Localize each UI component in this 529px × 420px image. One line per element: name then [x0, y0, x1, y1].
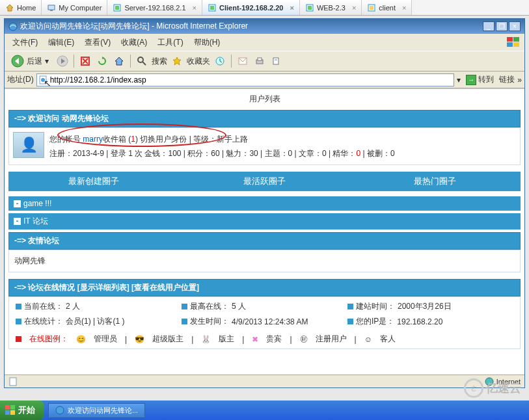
bullet-icon [16, 336, 21, 342]
svg-rect-42 [5, 410, 10, 415]
tab-newest[interactable]: 最新创建圈子 [8, 172, 179, 191]
links-label[interactable]: 链接 [499, 74, 515, 85]
userlist-link[interactable]: 用户列表 [8, 92, 521, 110]
vm-tab-client220[interactable]: Client-192.168.2.20 × [202, 0, 300, 15]
vm-tab-label: Server-192.168.2.1 [124, 4, 185, 12]
vm-tab-bar: Home My Computer Server-192.168.2.1 × Cl… [0, 0, 529, 16]
view-location-link[interactable]: [查看在线用户位置] [129, 283, 199, 292]
bullet-icon [182, 319, 187, 324]
menu-tools[interactable]: 工具(T) [152, 36, 188, 49]
vm-tab-label: Client-192.168.2.20 [219, 4, 283, 12]
tab-active[interactable]: 最活跃圈子 [179, 172, 349, 191]
internet-zone-icon [485, 377, 494, 386]
ie-icon [55, 406, 64, 415]
close-button[interactable]: × [509, 21, 521, 31]
windows-logo-icon [5, 405, 16, 415]
svg-rect-41 [10, 405, 15, 410]
print-button[interactable] [252, 54, 267, 68]
avatar: 👤 [13, 132, 44, 158]
page-icon [8, 377, 18, 386]
section-it[interactable]: -IT 论坛 [8, 213, 521, 230]
ie-status-bar: Internet [5, 374, 524, 387]
history-button[interactable] [213, 54, 227, 68]
menu-help[interactable]: 帮助(H) [189, 36, 226, 49]
svg-rect-12 [507, 37, 513, 42]
bullet-icon [347, 319, 353, 324]
address-dropdown-icon[interactable]: ▾ [457, 75, 461, 85]
favorites-button[interactable] [170, 54, 184, 68]
menu-favorites[interactable]: 收藏(A) [116, 36, 152, 49]
legend-mod-icon: 🐰 [201, 335, 211, 344]
svg-rect-2 [50, 10, 53, 11]
vm-icon [367, 3, 376, 12]
search-button[interactable] [135, 54, 149, 68]
legend-label: 在线图例： [29, 334, 68, 345]
legend-guest-icon: ☺ [364, 335, 372, 344]
user-line2: 注册：2013-4-9 | 登录 1 次 金钱：100 | 积分：60 | 魅力… [49, 146, 395, 161]
ie-icon [8, 22, 18, 31]
address-input[interactable] [36, 73, 455, 86]
forward-button[interactable] [55, 54, 70, 68]
close-icon[interactable]: × [352, 4, 356, 12]
collapse-icon[interactable]: - [14, 200, 21, 207]
mail-button[interactable] [236, 54, 250, 68]
username-link[interactable]: marry [83, 135, 103, 144]
address-label: 地址(D) [7, 74, 34, 85]
svg-point-25 [138, 57, 143, 62]
close-icon[interactable]: × [402, 4, 406, 12]
menu-edit[interactable]: 编辑(E) [43, 36, 79, 49]
restore-button[interactable]: ❐ [496, 21, 508, 31]
page-icon [38, 75, 47, 85]
menu-view[interactable]: 查看(V) [79, 36, 116, 49]
stop-button[interactable] [78, 54, 92, 68]
collapse-icon[interactable]: - [14, 218, 21, 225]
vm-tab-label: WEB-2.3 [317, 4, 346, 12]
user-info-box: 👤 您的帐号 marry收件箱 (1) 切换用户身份 | 等级：新手上路 注册：… [8, 127, 521, 165]
start-button[interactable]: 开始 [0, 400, 44, 420]
vm-tab-label: client [379, 4, 396, 12]
dropdown-icon[interactable]: ▾ [45, 57, 49, 66]
home-button[interactable] [112, 54, 126, 68]
edit-button[interactable] [269, 54, 284, 68]
vm-tab-mycomputer[interactable]: My Computer [42, 0, 107, 15]
svg-rect-14 [507, 42, 513, 47]
taskbar-item[interactable]: 欢迎访问动网先锋论... [48, 403, 145, 418]
svg-marker-27 [173, 57, 181, 65]
svg-line-26 [142, 62, 146, 65]
back-icon [11, 55, 24, 68]
menu-file[interactable]: 文件(F) [7, 36, 43, 49]
svg-rect-10 [370, 6, 373, 10]
computer-icon [47, 3, 56, 12]
detail-list-link[interactable]: [显示详细列表] [77, 283, 129, 292]
online-bar: -=> 论坛在线情况 [显示详细列表] [查看在线用户位置] [8, 279, 521, 296]
vm-tab-home[interactable]: Home [0, 0, 42, 15]
friend-content[interactable]: 动网先锋 [8, 250, 521, 272]
svg-rect-8 [308, 6, 312, 10]
vm-tab-client[interactable]: client × [362, 0, 412, 15]
page-content[interactable]: 用户列表 -=> 欢迎访问 动网先锋论坛 👤 您的帐号 marry收件箱 (1)… [5, 88, 524, 374]
close-icon[interactable]: × [193, 4, 197, 12]
refresh-button[interactable] [95, 54, 109, 68]
title-bar[interactable]: 欢迎访问动网先锋论坛[动网先锋论坛] - Microsoft Internet … [5, 19, 524, 34]
vm-icon [113, 3, 122, 12]
favorites-label: 收藏夹 [187, 56, 210, 67]
vm-tab-label: My Computer [59, 4, 102, 12]
bullet-icon [16, 319, 21, 324]
svg-point-37 [41, 78, 45, 82]
close-icon[interactable]: × [290, 4, 293, 12]
svg-point-44 [56, 406, 64, 414]
legend-admin-icon: 😊 [76, 335, 86, 344]
windows-logo-icon [505, 35, 522, 49]
go-button[interactable]: → 转到 [463, 73, 496, 86]
svg-marker-0 [7, 5, 13, 11]
chevron-right-icon[interactable]: » [517, 75, 522, 85]
minimize-button[interactable]: _ [483, 21, 495, 31]
tab-hot[interactable]: 最热门圈子 [350, 172, 521, 191]
legend-vip-icon: ✖ [252, 335, 258, 344]
vm-tab-server[interactable]: Server-192.168.2.1 × [107, 0, 202, 15]
back-button[interactable]: 后退 ▾ [7, 53, 53, 69]
vm-tab-web23[interactable]: WEB-2.3 × [300, 0, 362, 15]
section-game[interactable]: -game !!! [8, 196, 521, 211]
bullet-icon [182, 304, 187, 309]
zone-label: Internet [496, 378, 521, 386]
